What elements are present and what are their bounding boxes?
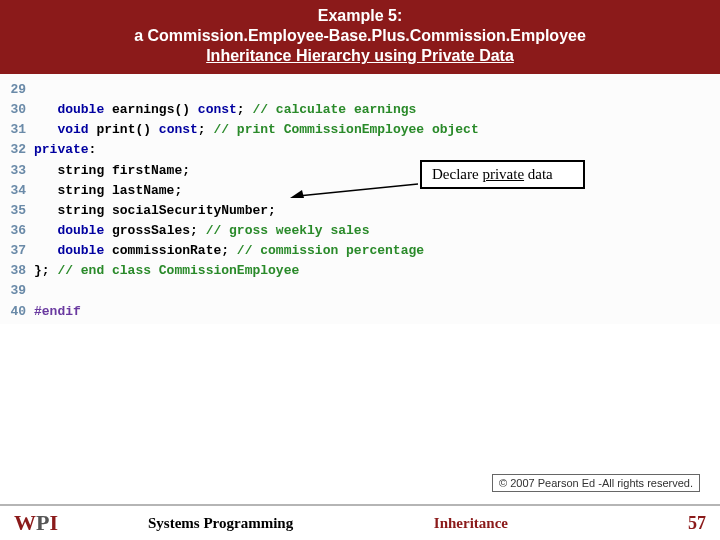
slide-footer: WPI Systems Programming Inheritance 57 (0, 504, 720, 540)
line-number: 40 (0, 302, 34, 322)
wpi-logo: WPI (14, 510, 58, 536)
page-number: 57 (688, 513, 706, 534)
copyright-notice: © 2007 Pearson Ed -All rights reserved. (492, 474, 700, 492)
logo-letter: P (36, 510, 49, 536)
callout-suffix: data (524, 166, 553, 182)
annotation-callout: Declare private data (420, 160, 585, 189)
svg-marker-1 (290, 190, 304, 198)
footer-topic: Inheritance (434, 515, 688, 532)
logo-letter: W (14, 510, 36, 536)
line-number: 32 (0, 140, 34, 160)
line-number: 31 (0, 120, 34, 140)
line-number: 33 (0, 161, 34, 181)
title-line-1: Example 5: (10, 6, 710, 26)
line-number: 36 (0, 221, 34, 241)
callout-prefix: Declare (432, 166, 482, 182)
footer-course: Systems Programming (58, 515, 434, 532)
logo-letter: I (49, 510, 58, 536)
title-line-2: a Commission.Employee-Base.Plus.Commissi… (10, 26, 710, 46)
line-number: 30 (0, 100, 34, 120)
line-number: 37 (0, 241, 34, 261)
svg-line-0 (298, 184, 418, 196)
line-number: 38 (0, 261, 34, 281)
line-number: 29 (0, 80, 34, 100)
arrow-icon (290, 180, 420, 200)
line-number: 34 (0, 181, 34, 201)
callout-keyword: private (482, 166, 524, 182)
title-line-3: Inheritance Hierarchy using Private Data (10, 46, 710, 66)
line-number: 39 (0, 281, 34, 301)
slide-title: Example 5: a Commission.Employee-Base.Pl… (0, 0, 720, 74)
line-number: 35 (0, 201, 34, 221)
